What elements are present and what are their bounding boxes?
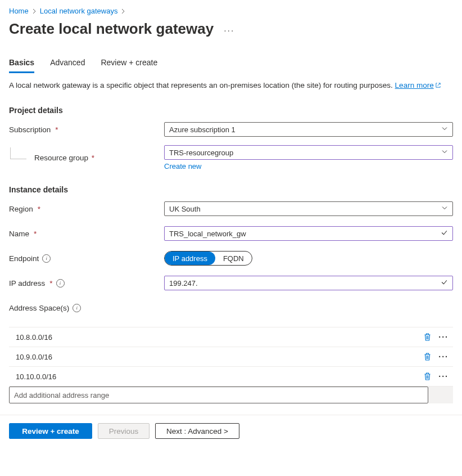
tab-description: A local network gateway is a specific ob… <box>9 80 453 91</box>
subscription-dropdown[interactable]: Azure subscription 1 <box>164 122 453 137</box>
add-address-input[interactable]: Add additional address range <box>9 387 428 403</box>
check-icon <box>441 229 448 238</box>
endpoint-option-ip[interactable]: IP address <box>165 252 215 265</box>
delete-address-button[interactable] <box>423 372 432 381</box>
resource-group-dropdown[interactable]: TRS-resourcegroup <box>164 145 453 160</box>
previous-button: Previous <box>98 423 150 439</box>
subscription-label: Subscription <box>9 125 51 134</box>
name-input[interactable]: TRS_local_network_gw <box>164 226 453 241</box>
ip-address-input[interactable]: 199.247. <box>164 276 453 290</box>
page-title: Create local network gateway <box>9 20 214 38</box>
endpoint-toggle: IP address FQDN <box>164 251 252 266</box>
review-create-button[interactable]: Review + create <box>9 423 92 439</box>
chevron-right-icon <box>121 7 125 15</box>
tab-advanced[interactable]: Advanced <box>50 55 85 73</box>
external-link-icon <box>434 81 441 89</box>
tabs: Basics Advanced Review + create <box>9 55 453 73</box>
address-row: 10.10.0.0/16 ··· <box>9 367 453 387</box>
required-icon: * <box>89 154 94 162</box>
address-space-label: Address Space(s) <box>9 304 69 312</box>
region-value: UK South <box>169 205 201 213</box>
address-value: 10.10.0.0/16 <box>16 372 423 381</box>
ip-address-value: 199.247. <box>169 279 198 288</box>
address-row-more-button[interactable]: ··· <box>436 333 451 342</box>
create-new-resource-group-link[interactable]: Create new <box>164 162 201 170</box>
address-value: 10.9.0.0/16 <box>16 353 423 361</box>
tab-basics[interactable]: Basics <box>9 55 34 73</box>
region-label: Region <box>9 205 33 213</box>
endpoint-label: Endpoint <box>9 254 39 263</box>
section-project-details: Project details <box>9 106 453 115</box>
next-button[interactable]: Next : Advanced > <box>155 423 239 439</box>
delete-address-button[interactable] <box>423 352 432 361</box>
more-actions-button[interactable]: ··· <box>224 23 234 36</box>
endpoint-option-fqdn[interactable]: FQDN <box>215 252 252 265</box>
info-icon[interactable]: i <box>42 254 51 263</box>
address-space-list: 10.8.0.0/16 ··· 10.9.0.0/16 ··· 10.10.0.… <box>9 327 453 403</box>
chevron-down-icon <box>441 125 448 134</box>
learn-more-link[interactable]: Learn more <box>395 81 441 89</box>
tab-review-create[interactable]: Review + create <box>101 55 157 73</box>
address-row-more-button[interactable]: ··· <box>436 372 451 381</box>
resource-group-value: TRS-resourcegroup <box>169 149 233 157</box>
add-address-placeholder: Add additional address range <box>14 391 109 399</box>
tree-connector-icon <box>10 147 26 159</box>
name-label: Name <box>9 230 29 238</box>
required-icon: * <box>34 230 37 238</box>
breadcrumb: Home Local network gateways <box>9 5 453 17</box>
chevron-right-icon <box>32 7 37 15</box>
subscription-value: Azure subscription 1 <box>169 125 235 134</box>
address-row-more-button[interactable]: ··· <box>436 352 451 361</box>
ip-address-label: IP address <box>9 279 45 288</box>
required-icon: * <box>38 205 40 213</box>
info-icon[interactable]: i <box>73 304 81 312</box>
description-text: A local network gateway is a specific ob… <box>9 81 395 89</box>
breadcrumb-home[interactable]: Home <box>9 7 29 15</box>
chevron-down-icon <box>441 205 448 213</box>
chevron-down-icon <box>441 149 448 157</box>
resource-group-label: Resource group <box>34 154 88 162</box>
delete-address-button[interactable] <box>423 333 432 342</box>
required-icon: * <box>55 125 58 134</box>
address-row: 10.9.0.0/16 ··· <box>9 347 453 367</box>
check-icon <box>441 279 448 288</box>
address-row: 10.8.0.0/16 ··· <box>9 327 453 347</box>
wizard-footer: Review + create Previous Next : Advanced… <box>0 415 462 449</box>
info-icon[interactable]: i <box>56 279 65 288</box>
address-value: 10.8.0.0/16 <box>16 333 423 342</box>
required-icon: * <box>49 279 52 288</box>
add-address-actions-spacer <box>428 387 453 403</box>
section-instance-details: Instance details <box>9 185 453 194</box>
name-value: TRS_local_network_gw <box>169 230 246 238</box>
region-dropdown[interactable]: UK South <box>164 201 453 216</box>
breadcrumb-section[interactable]: Local network gateways <box>40 7 118 15</box>
